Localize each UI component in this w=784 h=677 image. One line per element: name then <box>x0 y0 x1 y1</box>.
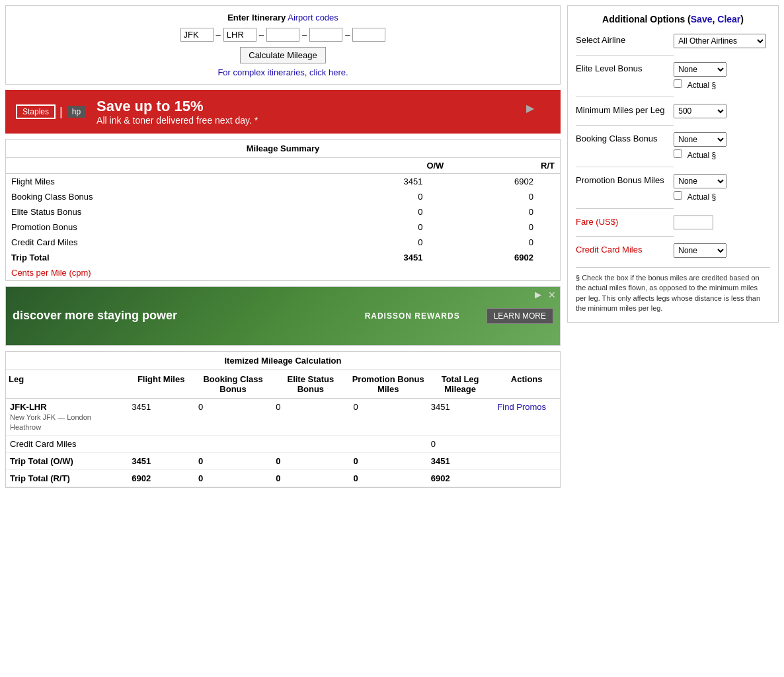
itinerary-section: Enter Itinerary Airport codes – – – – Ca… <box>5 5 561 85</box>
itinerary-title: Enter Itinerary <box>227 13 286 22</box>
itemized-data-row: JFK-LHR New York JFK — London Heathrow 3… <box>6 399 560 436</box>
summary-col-rt: R/T <box>449 158 560 174</box>
trip-ow-es: 0 <box>272 453 349 470</box>
itinerary-inputs: – – – – <box>13 28 553 42</box>
trip-ow-bc: 0 <box>194 453 272 470</box>
fare-row: Fare (US$) <box>576 213 770 232</box>
itemized-elite-status: 0 <box>272 399 349 436</box>
segment1-to-input[interactable] <box>223 28 256 42</box>
summary-row-ow: 0 <box>338 189 450 204</box>
itemized-booking-class: 0 <box>194 399 272 436</box>
summary-row-ow: 3451 <box>338 174 450 190</box>
select-airline-label: Select Airline <box>576 31 674 51</box>
credit-row-action <box>493 436 560 453</box>
credit-row-es <box>272 436 349 453</box>
trip-ow-pb: 0 <box>350 453 427 470</box>
col-header-promo-bonus: Promotion Bonus Miles <box>350 370 427 399</box>
credit-row-bc <box>194 436 272 453</box>
promo-select[interactable]: None 500 <box>674 174 726 188</box>
airline-select[interactable]: All Other Airlines American Airlines Del… <box>674 34 766 48</box>
trip-rt-label: Trip Total (R/T) <box>6 470 128 487</box>
booking-class-select[interactable]: None 25% 50% <box>674 132 726 147</box>
options-grid: Select Airline All Other Airlines Americ… <box>576 31 770 260</box>
mileage-summary-section: Mileage Summary O/W R/T Flight Miles 345… <box>5 139 561 281</box>
segment2-to-input[interactable] <box>309 28 342 42</box>
col-header-booking-class: Booking Class Bonus <box>194 370 272 399</box>
booking-actual-label: Actual § <box>687 151 716 160</box>
segment3-input[interactable] <box>352 28 385 42</box>
fare-label: Fare (US$) <box>576 213 674 232</box>
credit-row-label: Credit Card Miles <box>6 436 128 453</box>
find-promos-link[interactable]: Find Promos <box>497 402 546 412</box>
booking-class-control: None 25% 50% Actual § <box>674 130 770 163</box>
calculate-mileage-button[interactable]: Calculate Mileage <box>240 47 325 63</box>
ad2-text-block: discover more staying power <box>13 309 177 323</box>
additional-options-box: Additional Options (Save, Clear) Select … <box>567 5 779 323</box>
ad2-headline: discover more staying power <box>13 309 177 323</box>
trip-ow-fm: 3451 <box>128 453 194 470</box>
itemized-total-leg: 3451 <box>427 399 494 436</box>
fare-input[interactable] <box>674 216 713 229</box>
summary-row: Flight Miles 3451 6902 <box>6 174 560 190</box>
elite-level-row: Elite Level Bonus None Silver Gold Actua… <box>576 60 770 93</box>
trip-rt-fm: 6902 <box>128 470 194 487</box>
credit-row-pb <box>350 436 427 453</box>
dash2: – <box>259 30 264 40</box>
trip-ow-label: Trip Total (O/W) <box>6 453 128 470</box>
segment1-from-input[interactable] <box>180 28 214 42</box>
summary-row-ow: 0 <box>338 219 450 235</box>
summary-row-ow: 0 <box>338 204 450 219</box>
mileage-summary-title: Mileage Summary <box>6 139 560 158</box>
elite-actual-checkbox[interactable] <box>674 79 682 88</box>
ad1-headline: Save up to 15% <box>97 98 258 115</box>
hp-logo: hp <box>67 106 86 118</box>
trip-total-row: Trip Total 3451 6902 <box>6 250 560 265</box>
additional-title: Additional Options (Save, Clear) <box>576 14 770 24</box>
save-link[interactable]: Save <box>691 14 713 24</box>
ad1-triangle: ▶ <box>526 102 534 114</box>
promo-actual-checkbox[interactable] <box>674 191 682 200</box>
ad2-play-icon: ▶ <box>535 290 541 299</box>
promo-bonus-label: Promotion Bonus Miles <box>576 171 674 204</box>
segment2-from-input[interactable] <box>266 28 299 42</box>
airport-codes-link[interactable]: Airport codes <box>288 13 338 22</box>
cpm-row: Cents per Mile (cpm) <box>6 265 560 280</box>
itemized-title: Itemized Mileage Calculation <box>6 352 560 370</box>
select-airline-row: Select Airline All Other Airlines Americ… <box>576 31 770 51</box>
ad1-text: Save up to 15% All ink & toner delivered… <box>97 98 258 126</box>
note-text: § Check the box if the bonus miles are c… <box>576 274 760 312</box>
col-header-elite-status: Elite Status Bonus <box>272 370 349 399</box>
ad1-logo: Staples | hp <box>16 104 86 119</box>
trip-rt-action <box>493 470 560 487</box>
dash4: – <box>345 30 350 40</box>
right-panel: Additional Options (Save, Clear) Select … <box>567 5 779 488</box>
min-miles-select[interactable]: 500 250 0 <box>674 104 726 118</box>
clear-link[interactable]: Clear <box>717 14 740 24</box>
trip-ow-total: 3451 <box>427 453 494 470</box>
trip-rt-bc: 0 <box>194 470 272 487</box>
ad2-close-icon[interactable]: ✕ <box>548 290 556 300</box>
col-header-actions: Actions <box>493 370 560 399</box>
summary-row-ow: 0 <box>338 235 450 250</box>
select-airline-control: All Other Airlines American Airlines Del… <box>674 31 770 51</box>
dash3: – <box>302 30 307 40</box>
booking-actual-checkbox[interactable] <box>674 149 682 158</box>
summary-row: Credit Card Miles 0 0 <box>6 235 560 250</box>
elite-select[interactable]: None Silver Gold <box>674 62 726 77</box>
itemized-action: Find Promos <box>493 399 560 436</box>
trip-ow-row: Trip Total (O/W) 3451 0 0 0 3451 <box>6 453 560 470</box>
credit-select[interactable]: None 500 1000 <box>674 243 726 258</box>
itinerary-header: Enter Itinerary Airport codes <box>13 13 553 22</box>
cpm-rt <box>449 265 560 280</box>
min-miles-label: Minimum Miles per Leg <box>576 101 674 121</box>
credit-card-label: Credit Card Miles <box>576 241 674 260</box>
mileage-summary-table: O/W R/T Flight Miles 3451 6902 Booking C… <box>6 158 560 280</box>
trip-total-rt: 6902 <box>449 250 560 265</box>
complex-itinerary-link[interactable]: For complex itineraries, click here. <box>217 67 348 77</box>
elite-actual-label: Actual § <box>687 81 716 90</box>
credit-card-control: None 500 1000 <box>674 241 770 260</box>
itemized-flight-miles: 3451 <box>128 399 194 436</box>
summary-row-label: Elite Status Bonus <box>6 204 338 219</box>
ad2-learn-more-button[interactable]: LEARN MORE <box>487 308 553 324</box>
promo-bonus-control: None 500 Actual § <box>674 171 770 204</box>
